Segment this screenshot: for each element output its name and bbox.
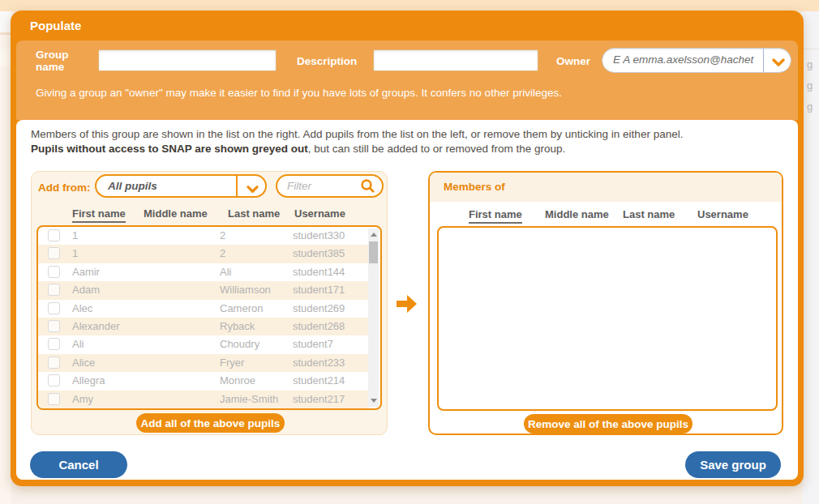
owner-value: E A emma.axelsson@hachet xyxy=(613,53,761,66)
row-checkbox[interactable] xyxy=(48,284,60,296)
row-cell: 1 xyxy=(72,229,78,241)
row-checkbox[interactable] xyxy=(48,266,60,278)
chevron-down-icon[interactable] xyxy=(247,182,259,197)
page-background-right: g g g xyxy=(803,11,819,504)
row-checkbox[interactable] xyxy=(48,320,60,332)
group-name-label: Group name xyxy=(36,49,76,73)
pupil-list-rows: 12student33012student385AamirAlistudent1… xyxy=(38,227,369,408)
row-cell: Amy xyxy=(72,393,93,405)
row-cell: 2 xyxy=(220,247,225,259)
column-header-middle-name[interactable]: Middle name xyxy=(144,207,208,220)
scroll-up-icon[interactable] xyxy=(371,233,377,237)
column-header-last-name[interactable]: Last name xyxy=(228,207,280,220)
owner-label: Owner xyxy=(556,55,590,67)
source-select[interactable]: All pupils xyxy=(95,174,267,198)
row-cell: student7 xyxy=(293,338,333,350)
member-list xyxy=(437,226,778,411)
row-checkbox[interactable] xyxy=(48,247,60,259)
background-text-fragment: g xyxy=(807,100,813,113)
scrollbar[interactable] xyxy=(368,229,379,407)
owner-hint-text: Giving a group an "owner" may make it ea… xyxy=(36,87,562,99)
row-cell: Alice xyxy=(72,357,95,369)
row-cell: Ryback xyxy=(220,320,255,332)
row-checkbox[interactable] xyxy=(48,374,60,387)
row-checkbox[interactable] xyxy=(48,393,60,405)
pupil-row: AllegraMonroestudent214 xyxy=(38,372,369,390)
source-select-value: All pupils xyxy=(108,180,157,192)
dialog-body: Members of this group are shown in the l… xyxy=(16,120,798,480)
select-divider xyxy=(236,176,238,196)
row-cell: Ali xyxy=(220,266,231,278)
pupil-row: AlecCameronstudent269 xyxy=(38,300,369,318)
add-from-panel: Add from: All pupils First name Middle n… xyxy=(31,171,388,435)
chevron-down-icon[interactable] xyxy=(772,56,785,70)
row-cell: student217 xyxy=(293,393,345,405)
pupil-row: AliChoudrystudent7 xyxy=(38,335,369,353)
row-cell: student214 xyxy=(293,374,345,387)
row-cell: Adam xyxy=(72,284,100,296)
pupil-list: 12student33012student385AamirAlistudent1… xyxy=(36,225,382,410)
pupil-row: 12student330 xyxy=(38,227,369,245)
row-cell: Williamson xyxy=(220,284,271,296)
dialog-title: Populate xyxy=(30,19,81,32)
description-input[interactable] xyxy=(373,49,538,71)
populate-dialog: Populate Group name Description Owner E … xyxy=(11,11,804,486)
owner-combobox[interactable]: E A emma.axelsson@hachet xyxy=(602,48,791,73)
page-background-left xyxy=(0,11,11,504)
row-cell: student269 xyxy=(293,302,345,314)
cancel-button[interactable]: Cancel xyxy=(30,451,127,478)
row-cell: Choudry xyxy=(220,338,259,350)
row-cell: 2 xyxy=(220,229,225,241)
instructions-text: Members of this group are shown in the l… xyxy=(31,127,785,156)
filter-box xyxy=(276,174,384,198)
row-cell: student268 xyxy=(293,320,345,332)
column-header-username[interactable]: Username xyxy=(294,207,345,220)
group-form: Group name Description Owner E A emma.ax… xyxy=(16,41,798,120)
row-cell: Allegra xyxy=(72,374,105,387)
row-cell: 1 xyxy=(72,247,78,259)
row-cell: Fryer xyxy=(220,357,244,369)
column-header-username[interactable]: Username xyxy=(697,208,748,220)
row-cell: student144 xyxy=(293,266,345,278)
dialog-title-bar: Populate xyxy=(11,11,804,41)
filter-input[interactable] xyxy=(287,177,357,194)
members-panel: Members of First name Middle name Last n… xyxy=(428,171,783,435)
row-checkbox[interactable] xyxy=(48,338,60,350)
row-checkbox[interactable] xyxy=(48,302,60,314)
remove-all-button[interactable]: Remove all of the above pupils xyxy=(524,414,693,434)
scroll-down-icon[interactable] xyxy=(371,399,377,403)
row-cell: Aamir xyxy=(72,266,100,278)
page-background-strip xyxy=(0,0,819,11)
save-group-button[interactable]: Save group xyxy=(685,451,781,478)
row-cell: Ali xyxy=(72,338,84,350)
members-panel-header: Members of xyxy=(430,173,782,202)
row-cell: Monroe xyxy=(220,374,255,387)
pupil-row: AamirAlistudent144 xyxy=(38,263,369,281)
column-header-middle-name[interactable]: Middle name xyxy=(545,208,609,220)
search-icon[interactable] xyxy=(360,178,375,197)
transfer-arrow-icon xyxy=(396,294,418,317)
row-cell: Alec xyxy=(72,302,92,314)
member-list-rows xyxy=(439,228,770,409)
add-all-button[interactable]: Add all of the above pupils xyxy=(136,413,285,433)
row-cell: Alexander xyxy=(72,320,120,332)
column-header-first-name[interactable]: First name xyxy=(469,208,522,224)
scrollbar-thumb[interactable] xyxy=(369,241,378,263)
column-header-last-name[interactable]: Last name xyxy=(623,208,675,220)
background-text-fragment: g xyxy=(807,58,813,70)
column-header-first-name[interactable]: First name xyxy=(72,207,126,223)
add-from-label: Add from: xyxy=(38,182,91,194)
row-cell: Cameron xyxy=(220,302,263,314)
members-title: Members of xyxy=(444,181,505,193)
background-text-fragment: g xyxy=(807,79,813,92)
pupil-row: AmyJamie-Smithstudent217 xyxy=(38,391,369,408)
row-checkbox[interactable] xyxy=(48,229,60,241)
row-cell: student330 xyxy=(293,229,345,241)
row-cell: Jamie-Smith xyxy=(220,393,278,405)
pupil-row: AlexanderRybackstudent268 xyxy=(38,318,369,335)
pupil-row: 12student385 xyxy=(38,245,369,263)
pupil-row: AliceFryerstudent233 xyxy=(38,354,369,372)
group-name-input[interactable] xyxy=(98,49,277,71)
row-checkbox[interactable] xyxy=(48,357,60,369)
row-cell: student171 xyxy=(293,284,345,296)
